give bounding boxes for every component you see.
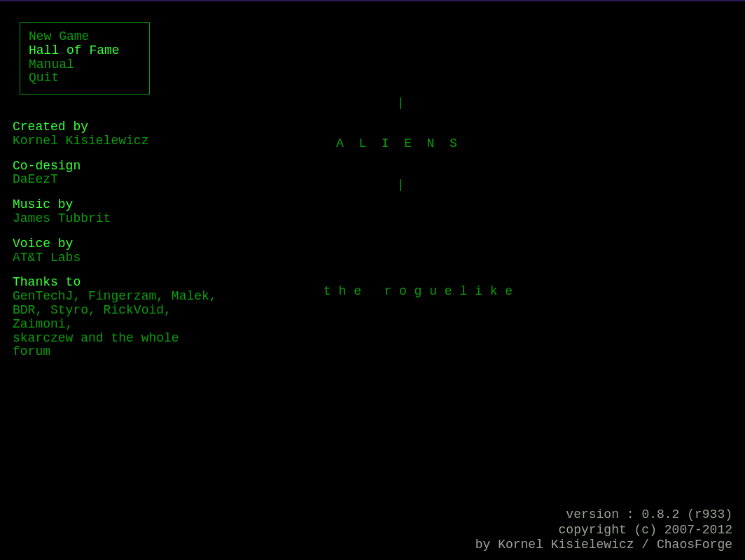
credits-thanks-line1: GenTechJ, Fingerzam, Malek, [13, 290, 223, 304]
footer-copyright: copyright (c) 2007-2012 [475, 523, 732, 538]
menu-item-hall-of-fame[interactable]: Hall of Fame [29, 44, 141, 58]
credits-codesign-value: DaEezT [13, 173, 223, 187]
credits-thanks-label: Thanks to [13, 276, 223, 290]
menu-item-new-game[interactable]: New Game [29, 30, 141, 44]
credits-thanks-line3: skarczew and the whole forum [13, 332, 223, 360]
credits-panel: Created by Kornel Kisielewicz Co-design … [13, 120, 223, 370]
credits-music-value: James Tubbrit [13, 212, 223, 226]
credits-voice-label: Voice by [13, 237, 223, 251]
credits-codesign-label: Co-design [13, 160, 223, 174]
footer-by: by Kornel Kisielewicz / ChaosForge [475, 538, 732, 553]
main-menu: New Game Hall of Fame Manual Quit [20, 22, 150, 94]
menu-item-manual[interactable]: Manual [29, 58, 141, 72]
title-subtitle: t h e r o g u e l i k e [323, 285, 513, 298]
menu-item-quit[interactable]: Quit [29, 71, 141, 85]
footer-version: version : 0.8.2 (r933) [475, 507, 732, 523]
footer: version : 0.8.2 (r933) copyright (c) 200… [475, 507, 732, 553]
credits-created-by-label: Created by [13, 120, 223, 134]
title-aliens: A L I E N S [336, 137, 513, 150]
credits-created-by-value: Kornel Kisielewicz [13, 134, 223, 148]
credits-voice-value: AT&T Labs [13, 251, 223, 265]
credits-thanks-line2: BDR, Styro, RickVoid, Zaimoni, [13, 304, 223, 332]
credits-music-label: Music by [13, 198, 223, 212]
title-ascii: | A L I E N S | t h e r o g u e l i k e [336, 69, 513, 312]
title-pipe-bottom: | [336, 178, 513, 192]
title-pipe-top: | [336, 97, 513, 110]
